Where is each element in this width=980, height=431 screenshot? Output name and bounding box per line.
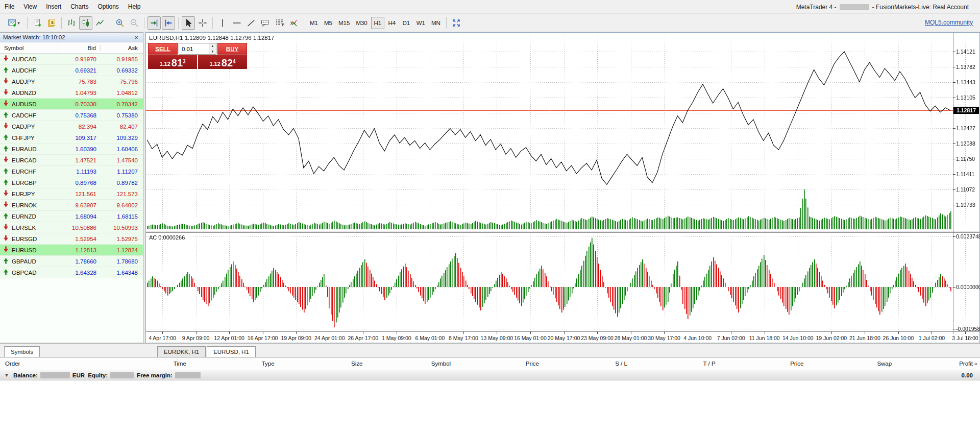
timeframe-d1[interactable]: D1 xyxy=(400,17,413,29)
timeframe-mn[interactable]: MN xyxy=(429,17,443,29)
lot-increment-icon[interactable]: ▲ xyxy=(209,43,216,49)
zoom-in-icon[interactable] xyxy=(113,16,127,30)
column-ask[interactable]: Ask xyxy=(101,45,143,51)
market-watch-row-eurnok[interactable]: EURNOK9.639079.64002 xyxy=(0,200,143,211)
market-watch-row-cadchf[interactable]: CADCHF0.753680.75380 xyxy=(0,110,143,121)
periods-separator-icon[interactable]: F xyxy=(273,16,286,30)
profiles-icon[interactable] xyxy=(31,16,44,30)
timeframe-m5[interactable]: M5 xyxy=(322,17,335,29)
symbol-cell: EURGBP xyxy=(0,179,57,186)
timeframe-m30[interactable]: M30 xyxy=(353,17,370,29)
terminal-column-tp[interactable]: T / P xyxy=(627,361,716,367)
market-watch-row-cadjpy[interactable]: CADJPY82.39482.407 xyxy=(0,121,143,132)
timeframe-m15[interactable]: M15 xyxy=(336,17,352,29)
new-order-icon[interactable]: $ xyxy=(45,16,58,30)
indicators-icon[interactable] xyxy=(287,16,301,30)
free-margin-value-redacted xyxy=(175,372,201,378)
time-axis-label: 19 Apr 09:00 xyxy=(281,335,311,341)
zoom-out-icon[interactable] xyxy=(128,16,141,30)
buy-button[interactable]: BUY xyxy=(217,43,247,55)
auto-scroll-icon[interactable] xyxy=(148,16,161,30)
terminal-column-swap[interactable]: Swap xyxy=(803,361,892,367)
menu-item-options[interactable]: Options xyxy=(93,1,124,12)
trendline-icon[interactable] xyxy=(244,16,258,30)
sell-price-main: 1.12 xyxy=(159,60,170,68)
chart-shift-icon[interactable] xyxy=(162,16,175,30)
menu-item-view[interactable]: View xyxy=(19,1,41,12)
column-symbol[interactable]: Symbol xyxy=(0,45,57,51)
column-bid[interactable]: Bid xyxy=(57,45,101,51)
candlestick-chart-icon[interactable] xyxy=(79,16,92,30)
bar-chart-icon[interactable] xyxy=(65,16,78,30)
line-chart-icon[interactable] xyxy=(93,16,107,30)
new-chart-icon[interactable]: ▾ xyxy=(4,16,24,30)
market-watch-row-audcad[interactable]: AUDCAD0.919700.91985 xyxy=(0,54,143,65)
arrow-down-icon xyxy=(3,201,9,209)
market-watch-row-eurnzd[interactable]: EURNZD1.680941.68115 xyxy=(0,211,143,222)
menu-item-charts[interactable]: Charts xyxy=(66,1,93,12)
close-icon[interactable]: × xyxy=(133,34,140,41)
market-watch-row-chfjpy[interactable]: CHFJPY109.317109.329 xyxy=(0,132,143,143)
market-watch-row-eurchf[interactable]: EURCHF1.111931.11207 xyxy=(0,166,143,177)
cursor-icon[interactable] xyxy=(182,16,195,30)
symbol-cell: CADJPY xyxy=(0,123,57,130)
menu-item-file[interactable]: File xyxy=(0,1,19,12)
terminal-column-price[interactable]: Price xyxy=(451,361,539,367)
timeframe-h1[interactable]: H1 xyxy=(371,17,384,29)
market-watch-row-gbpcad[interactable]: GBPCAD1.643281.64348 xyxy=(0,267,143,278)
market-watch-row-audusd[interactable]: AUDUSD0.703300.70342 xyxy=(0,99,143,110)
symbols-tab[interactable]: Symbols xyxy=(4,346,40,357)
menu-bar: FileViewInsertChartsOptionsHelp MetaTrad… xyxy=(0,0,980,14)
market-watch-row-eurjpy[interactable]: EURJPY121.561121.573 xyxy=(0,188,143,200)
market-watch-row-gbpaud[interactable]: GBPAUD1.786601.78680 xyxy=(0,256,143,267)
horizontal-line-icon[interactable] xyxy=(230,16,243,30)
time-axis-label: 9 Apr 09:00 xyxy=(182,335,210,341)
price-chart-canvas[interactable] xyxy=(146,33,979,334)
time-axis[interactable]: 4 Apr 17:009 Apr 09:0012 Apr 01:0016 Apr… xyxy=(146,334,953,343)
mql5-community-link[interactable]: MQL5.community xyxy=(922,14,973,31)
text-label-icon[interactable] xyxy=(259,16,272,30)
timeframe-w1[interactable]: W1 xyxy=(414,17,428,29)
dropdown-arrow-icon[interactable]: ▾ xyxy=(17,20,20,26)
menu-item-help[interactable]: Help xyxy=(124,1,145,12)
market-watch-row-audchf[interactable]: AUDCHF0.693210.69332 xyxy=(0,65,143,76)
bid-value: 1.11193 xyxy=(57,169,101,175)
menu-item-insert[interactable]: Insert xyxy=(41,1,66,12)
terminal-column-sl[interactable]: S / L xyxy=(539,361,627,367)
fullscreen-icon[interactable] xyxy=(450,16,463,30)
header-overflow-indicator[interactable]: » xyxy=(974,361,977,367)
market-watch-row-audjpy[interactable]: AUDJPY75.78375.796 xyxy=(0,76,143,87)
terminal-column-type[interactable]: Type xyxy=(186,361,275,367)
market-watch-row-eurusd[interactable]: EURUSD1.128131.12824 xyxy=(0,245,143,256)
market-watch-row-eursgd[interactable]: EURSGD1.529541.52975 xyxy=(0,233,143,245)
timeframe-m1[interactable]: M1 xyxy=(307,17,321,29)
collapse-chevron-icon[interactable]: ▼ xyxy=(4,372,9,378)
market-watch-row-eursek[interactable]: EURSEK10.5088610.50993 xyxy=(0,222,143,233)
vertical-line-icon[interactable] xyxy=(216,16,229,30)
chart-tab-eurdkk[interactable]: EURDKK, H1 xyxy=(157,346,206,357)
market-watch-row-eurcad[interactable]: EURCAD1.475211.47540 xyxy=(0,155,143,166)
balance-bar: ▼ Balance: EUR Equity: Free margin: 0.00 xyxy=(0,370,980,380)
terminal-column-size[interactable]: Size xyxy=(275,361,363,367)
terminal-column-price-close[interactable]: Price xyxy=(716,361,804,367)
market-watch-row-audnzd[interactable]: AUDNZD1.047931.04812 xyxy=(0,87,143,99)
price-axis[interactable]: 1.141211.137821.134431.131051.124271.120… xyxy=(953,33,979,334)
account-number-redacted xyxy=(840,4,869,10)
terminal-column-order[interactable]: Order xyxy=(0,361,98,367)
market-watch-row-eurgbp[interactable]: EURGBP0.897680.89782 xyxy=(0,177,143,188)
market-watch-row-euraud[interactable]: EURAUD1.603901.60406 xyxy=(0,143,143,155)
terminal-column-profit[interactable]: Profit xyxy=(892,361,980,367)
time-axis-label: 1 May 09:00 xyxy=(382,335,411,341)
market-watch-column-headers: Symbol Bid Ask xyxy=(0,42,143,54)
chart-tab-eurusd[interactable]: EURUSD, H1 xyxy=(207,346,256,357)
lot-decrement-icon[interactable]: ▼ xyxy=(209,49,216,55)
arrow-up-icon xyxy=(3,167,9,175)
timeframe-h4[interactable]: H4 xyxy=(385,17,399,29)
lot-size-input[interactable] xyxy=(179,43,209,54)
sell-button[interactable]: SELL xyxy=(148,43,178,55)
time-axis-label: 6 May 01:00 xyxy=(415,335,445,341)
sell-price-display: 1.12 81 3 xyxy=(148,55,197,69)
terminal-column-time[interactable]: Time xyxy=(98,361,186,367)
crosshair-icon[interactable] xyxy=(196,16,209,30)
terminal-column-symbol[interactable]: Symbol xyxy=(362,361,451,367)
